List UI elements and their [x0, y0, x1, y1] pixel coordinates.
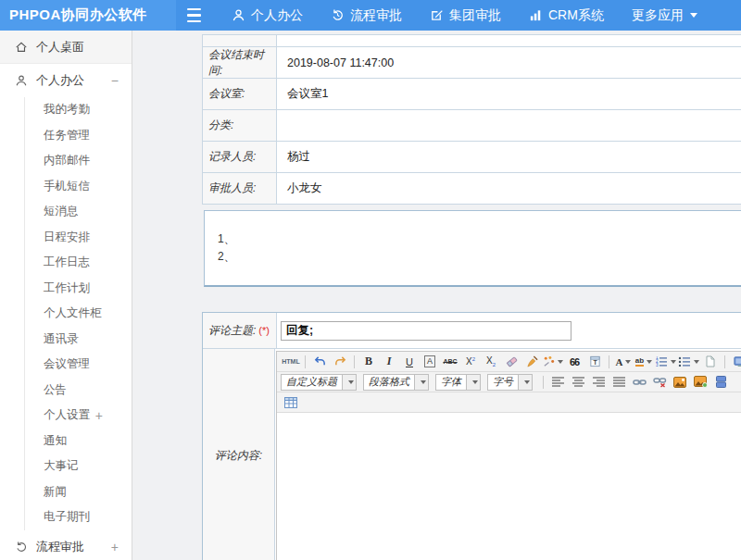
align-center-icon [572, 377, 584, 387]
upload-image-button[interactable] [691, 373, 710, 391]
sidebar-item-short-message[interactable]: 短消息 [25, 199, 132, 225]
sidebar: 个人桌面个人办公−我的考勤任务管理内部邮件手机短信短消息日程安排工作日志工作计划… [0, 31, 132, 560]
sidebar-item-internal-mail[interactable]: 内部邮件 [25, 148, 132, 174]
bold-button[interactable]: B [359, 353, 378, 370]
expand-icon[interactable]: + [111, 541, 119, 554]
clean-format-button[interactable] [522, 353, 541, 370]
subscript-button[interactable]: X2 [482, 353, 500, 370]
rich-text-editor: HTMLBIUAABCX2X266TAab123 自定义标题段落格式字体字号 [276, 351, 741, 560]
sidebar-item-personal-settings[interactable]: 个人设置+ [25, 403, 132, 429]
sidebar-item-personal-file-cabinet[interactable]: 个人文件柜 [25, 301, 132, 327]
caret-down-icon[interactable] [342, 375, 356, 390]
select-value: 字号 [488, 375, 518, 390]
insert-link-icon [633, 377, 647, 388]
sidebar-item-personal-desktop[interactable]: 个人桌面 [0, 31, 132, 64]
editor-toolbar-row3 [277, 392, 741, 413]
sidebar-item-personal-office[interactable]: 个人办公− [0, 64, 132, 97]
italic-icon: I [387, 355, 392, 368]
collapse-icon[interactable]: − [111, 74, 119, 87]
blockquote-icon: 66 [570, 356, 579, 367]
eraser-icon [506, 355, 518, 367]
sidebar-item-task-management[interactable]: 任务管理 [25, 123, 132, 149]
highlight-button[interactable]: ab [634, 353, 653, 370]
align-center-button[interactable] [569, 373, 587, 391]
remove-link-button[interactable] [650, 373, 669, 391]
paste-from-word-button[interactable]: T [585, 353, 604, 370]
sidebar-item-label: 电子期刊 [44, 509, 90, 525]
sidebar-item-schedule[interactable]: 日程安排 [25, 225, 132, 251]
sidebar-item-work-log[interactable]: 工作日志 [25, 250, 132, 276]
form-row-meeting-end-time: 会议结束时间:2019-08-07 11:47:00 [203, 47, 741, 79]
font-color-button[interactable]: A [614, 353, 633, 370]
font-size-select[interactable]: 字号 [487, 374, 533, 391]
sidebar-item-mobile-sms[interactable]: 手机短信 [25, 174, 132, 200]
nav-item-workflow-approval[interactable]: 流程审批 [331, 7, 402, 24]
strikethrough-button[interactable]: ABC [441, 353, 459, 370]
svg-text:3: 3 [656, 363, 659, 367]
insert-link-button[interactable] [630, 373, 648, 391]
nav-item-personal-office[interactable]: 个人办公 [232, 7, 303, 24]
nav-item-label: 个人办公 [251, 7, 303, 24]
redo-button[interactable] [331, 353, 349, 370]
home-icon [15, 41, 28, 54]
menu-icon[interactable] [187, 8, 206, 23]
html-source-button[interactable]: HTML [282, 353, 300, 370]
editor-content-area[interactable] [277, 413, 741, 560]
sidebar-item-label: 通知 [44, 433, 67, 449]
font-border-button[interactable]: A [421, 353, 439, 370]
new-page-button[interactable] [701, 353, 720, 370]
expand-icon[interactable]: + [95, 409, 103, 422]
sidebar-item-news[interactable]: 新闻 [25, 479, 132, 505]
sidebar-item-my-attendance[interactable]: 我的考勤 [25, 97, 132, 123]
font-border-icon: A [424, 355, 435, 367]
subscript-icon: X2 [486, 355, 496, 367]
svg-text:T: T [593, 359, 597, 366]
meeting-room-label: 会议室: [203, 79, 277, 109]
sidebar-item-workflow-approval[interactable]: 流程审批+ [0, 530, 132, 560]
align-right-button[interactable] [589, 373, 608, 391]
align-left-button[interactable] [548, 373, 567, 391]
nav-item-crm-system[interactable]: CRM系统 [529, 7, 604, 24]
sidebar-item-label: 大事记 [44, 458, 79, 474]
caret-down-icon[interactable] [466, 375, 480, 390]
format-painter-button[interactable] [543, 353, 563, 370]
nav-item-group-approval[interactable]: 集团审批 [430, 7, 501, 24]
preview-button[interactable] [730, 353, 741, 370]
align-justify-button[interactable] [609, 373, 628, 391]
remark-line: 2、 [218, 248, 741, 266]
unordered-list-button[interactable] [678, 353, 699, 370]
nav-item-more-apps[interactable]: 更多应用 [632, 7, 697, 24]
undo-button[interactable] [310, 353, 329, 370]
unordered-list-icon [678, 356, 691, 367]
caret-down-icon[interactable] [414, 375, 428, 390]
caret-down-icon[interactable] [518, 375, 532, 390]
custom-title-select[interactable]: 自定义标题 [281, 374, 357, 391]
superscript-button[interactable]: X2 [461, 353, 480, 370]
insert-image-icon [673, 377, 686, 388]
sidebar-item-announcement[interactable]: 公告 [25, 378, 132, 404]
sidebar-item-work-plan[interactable]: 工作计划 [25, 276, 132, 302]
sidebar-item-contacts[interactable]: 通讯录 [25, 327, 132, 353]
eraser-button[interactable] [502, 353, 521, 370]
insert-table-button[interactable] [282, 393, 300, 411]
sidebar-item-e-journal[interactable]: 电子期刊 [25, 504, 132, 530]
font-family-select[interactable]: 字体 [435, 374, 481, 391]
italic-button[interactable]: I [380, 353, 398, 370]
history-icon [331, 8, 345, 22]
comment-subject-input[interactable] [281, 321, 571, 341]
workflow-icon [15, 541, 28, 554]
top-header: PHPOA协同办公软件 个人办公流程审批集团审批CRM系统更多应用 [0, 0, 741, 31]
previous-row-label [203, 35, 277, 46]
sidebar-item-major-events[interactable]: 大事记 [25, 454, 132, 479]
paragraph-format-select[interactable]: 段落格式 [363, 374, 429, 391]
insert-image-button[interactable] [671, 373, 689, 391]
form-row-category: 分类: [203, 110, 741, 142]
sidebar-item-label: 个人文件柜 [44, 305, 102, 321]
blockquote-button[interactable]: 66 [565, 353, 584, 370]
sidebar-item-notification[interactable]: 通知 [25, 429, 132, 454]
underline-button[interactable]: U [400, 353, 419, 370]
ordered-list-button[interactable]: 123 [655, 353, 676, 370]
form-row-approver: 审批人员:小龙女 [203, 173, 741, 205]
insert-media-button[interactable] [711, 373, 730, 391]
sidebar-item-meeting-management[interactable]: 会议管理 [25, 352, 132, 378]
